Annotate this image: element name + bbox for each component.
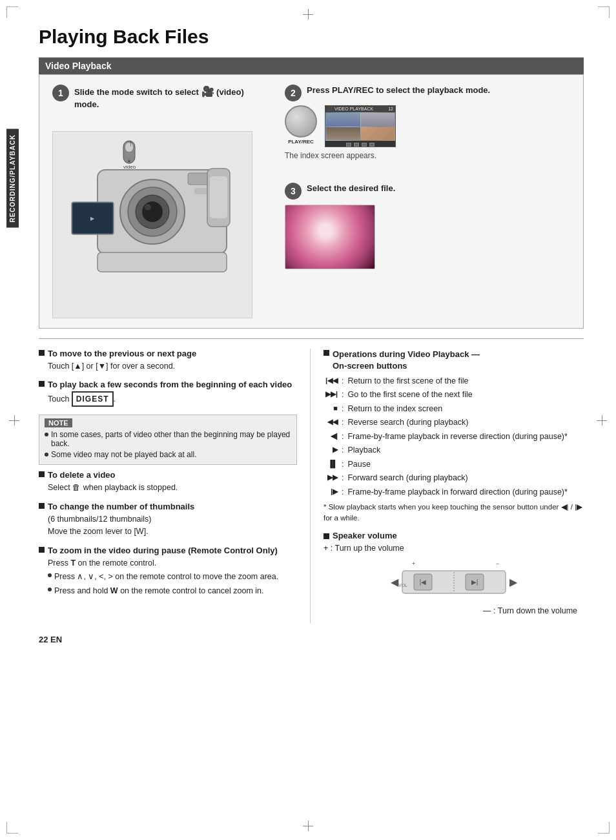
tip-thumbnails-label: To change the number of thumbnails bbox=[48, 502, 194, 511]
svg-point-8 bbox=[145, 204, 151, 210]
ops-desc-8: Forward search (during playback) bbox=[347, 473, 467, 484]
ops-desc-7: Pause bbox=[347, 459, 370, 471]
minus-text: — : Turn down the volume bbox=[323, 606, 584, 615]
ops-desc-4: Reverse search (during playback) bbox=[347, 417, 468, 429]
note-bullet-1 bbox=[45, 433, 48, 436]
tip-zoom-heading: To zoom in the video during pause (Remot… bbox=[39, 546, 297, 555]
bullet-5 bbox=[39, 547, 45, 553]
step-1-area: 1 Slide the mode switch to select 🎥 (vid… bbox=[39, 75, 272, 328]
tip-digest-body: Touch DIGEST. bbox=[48, 391, 297, 407]
ops-icon-1: |◀◀ bbox=[323, 376, 338, 385]
vol-slider-svg: ◀ ▶ + − VOL |◀ ▶| bbox=[389, 558, 518, 603]
step-2-block: 2 Press PLAY/REC to select the playback … bbox=[285, 85, 573, 160]
svg-text:VOL: VOL bbox=[398, 582, 407, 587]
ops-desc-5: Frame-by-frame playback in reverse direc… bbox=[347, 431, 567, 443]
index-text: The index screen appears. bbox=[285, 151, 573, 160]
tip-thumbnails-body: (6 thumbnails/12 thumbnails) Move the zo… bbox=[48, 513, 297, 538]
speaker-bullet bbox=[323, 533, 329, 539]
step-2-3-area: 2 Press PLAY/REC to select the playback … bbox=[272, 75, 583, 328]
tip-thumbnails-heading: To change the number of thumbnails bbox=[39, 502, 297, 511]
ops-icon-2: ▶▶| bbox=[323, 389, 338, 399]
zoom-text-2: Press and hold W on the remote control t… bbox=[54, 585, 263, 597]
ops-icon-3: ■ bbox=[323, 404, 338, 413]
zoom-bullet-2 bbox=[48, 588, 52, 591]
note-title: NOTE bbox=[45, 418, 72, 427]
step-1-text: Slide the mode switch to select 🎥 (video… bbox=[74, 85, 262, 111]
ops-item-8: ▶▶ : Forward search (during playback) bbox=[323, 473, 584, 484]
svg-point-7 bbox=[142, 201, 163, 222]
tip-digest-label: To play back a few seconds from the begi… bbox=[48, 380, 292, 389]
corner-mark-tr bbox=[598, 6, 610, 18]
playback-screen: 🎥 VIDEO PLAYBACK 12 bbox=[325, 105, 396, 147]
tip-delete-label: To delete a video bbox=[48, 470, 116, 480]
bottom-content: To move to the previous or next page Tou… bbox=[39, 349, 584, 623]
step-2-badge: 2 bbox=[285, 85, 302, 101]
step-1-header: 1 Slide the mode switch to select 🎥 (vid… bbox=[52, 85, 262, 111]
flower-image bbox=[285, 205, 375, 269]
step-3-block: 3 Select the desired file. bbox=[285, 183, 573, 269]
plus-text: + : Turn up the volume bbox=[323, 544, 584, 553]
left-column: To move to the previous or next page Tou… bbox=[39, 349, 310, 623]
ops-item-9: |▶ : Frame-by-frame playback in forward … bbox=[323, 487, 584, 498]
screen-controls bbox=[325, 141, 395, 147]
ops-item-1: |◀◀ : Return to the first scene of the f… bbox=[323, 376, 584, 387]
step-1-block: 1 Slide the mode switch to select 🎥 (vid… bbox=[52, 85, 262, 115]
tip-zoom-body: Press T on the remote control. Press ∧, … bbox=[48, 557, 297, 597]
tip-digest-heading: To play back a few seconds from the begi… bbox=[39, 380, 297, 389]
tip-delete: To delete a video Select 🗑 when playback… bbox=[39, 470, 297, 494]
tip-digest: To play back a few seconds from the begi… bbox=[39, 380, 297, 407]
camera-svg: ▲ ▶ bbox=[59, 138, 246, 312]
page-container: RECORDING/PLAYBACK Playing Back Files Vi… bbox=[0, 0, 616, 840]
note-item-1: In some cases, parts of video other than… bbox=[45, 430, 291, 448]
step-2-header: 2 Press PLAY/REC to select the playback … bbox=[285, 85, 573, 101]
ops-icon-8: ▶▶ bbox=[323, 473, 338, 482]
ops-desc-2: Go to the first scene of the next file bbox=[347, 389, 472, 401]
bullet-4 bbox=[39, 503, 45, 509]
ops-icon-9: |▶ bbox=[323, 487, 338, 497]
note-item-2: Some video may not be played back at all… bbox=[45, 450, 291, 459]
note-text-1: In some cases, parts of video other than… bbox=[51, 430, 291, 448]
ctrl-btn-1 bbox=[346, 143, 351, 147]
tip-delete-body: Select 🗑 when playback is stopped. bbox=[48, 482, 297, 494]
svg-text:+: + bbox=[412, 560, 415, 567]
speaker-heading-text: Speaker volume bbox=[333, 531, 397, 540]
screen-header: 🎥 VIDEO PLAYBACK 12 bbox=[325, 106, 395, 112]
bullet-1 bbox=[39, 350, 45, 356]
tip-prev-next: To move to the previous or next page Tou… bbox=[39, 349, 297, 373]
ops-item-5: ◀| : Frame-by-frame playback in reverse … bbox=[323, 431, 584, 443]
svg-text:|◀: |◀ bbox=[419, 579, 426, 586]
ops-desc-1: Return to the first scene of the file bbox=[347, 376, 468, 387]
play-rec-label: PLAY/REC bbox=[288, 139, 314, 145]
speaker-heading: Speaker volume bbox=[323, 531, 584, 540]
ops-item-2: ▶▶| : Go to the first scene of the next … bbox=[323, 389, 584, 401]
svg-text:−: − bbox=[496, 560, 499, 567]
ops-desc-9: Frame-by-frame playback in forward direc… bbox=[347, 487, 567, 498]
svg-text:▶: ▶ bbox=[90, 216, 95, 221]
ops-item-6: ▶ : Playback bbox=[323, 445, 584, 456]
ops-desc-6: Playback bbox=[347, 445, 380, 456]
svg-text:▲: ▲ bbox=[127, 158, 132, 163]
camera-illustration: ▲ ▶ bbox=[52, 131, 252, 318]
crosshair-left bbox=[9, 415, 19, 425]
svg-text:↑: ↑ bbox=[128, 138, 133, 149]
corner-mark-br bbox=[598, 822, 610, 834]
svg-rect-12 bbox=[210, 176, 227, 218]
note-bullet-2 bbox=[45, 453, 48, 456]
ops-heading-text: Operations during Video Playback —On-scr… bbox=[333, 349, 480, 372]
ops-block: Operations during Video Playback —On-scr… bbox=[323, 349, 584, 523]
ops-heading: Operations during Video Playback —On-scr… bbox=[323, 349, 584, 372]
corner-mark-bl bbox=[6, 822, 18, 834]
crosshair-top bbox=[303, 9, 313, 19]
corner-mark-tl bbox=[6, 6, 18, 18]
crosshair-right bbox=[597, 415, 607, 425]
step-3-text: Select the desired file. bbox=[307, 183, 395, 194]
note-text-2: Some video may not be played back at all… bbox=[51, 450, 196, 459]
ctrl-btn-4 bbox=[369, 143, 375, 147]
main-divider bbox=[39, 338, 584, 339]
tip-prev-next-label: To move to the previous or next page bbox=[48, 349, 196, 358]
ops-item-7: ▐▌ : Pause bbox=[323, 459, 584, 471]
page-number: 22 EN bbox=[39, 635, 584, 644]
tip-zoom-label: To zoom in the video during pause (Remot… bbox=[48, 546, 278, 555]
page-title: Playing Back Files bbox=[39, 26, 584, 48]
svg-rect-21 bbox=[98, 252, 227, 272]
